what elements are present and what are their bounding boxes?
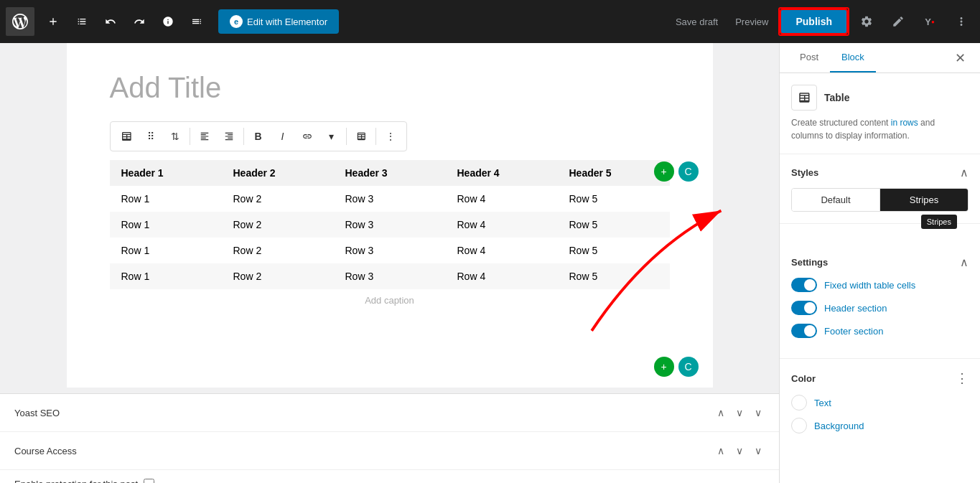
- stripes-style-button[interactable]: Stripes: [880, 189, 968, 211]
- top-toolbar: e Edit with Elementor Save draft Preview…: [0, 0, 980, 43]
- wordpress-logo[interactable]: [6, 7, 34, 36]
- fixed-width-toggle[interactable]: [791, 278, 817, 292]
- add-block-bottom-icon[interactable]: +: [654, 357, 674, 377]
- edit-with-elementor-button[interactable]: e Edit with Elementor: [218, 9, 339, 34]
- list-view-button[interactable]: [184, 9, 210, 34]
- edit-mode-button[interactable]: [885, 9, 911, 34]
- table-settings-btn[interactable]: [350, 125, 373, 148]
- table-cell[interactable]: Row 2: [222, 238, 334, 263]
- course-chevron-close[interactable]: ∨: [752, 442, 765, 459]
- table-cell[interactable]: Row 5: [558, 238, 670, 263]
- redo-button[interactable]: [126, 9, 152, 34]
- footer-section-toggle-row: Footer section: [791, 324, 969, 338]
- table-header-cell[interactable]: Header 1: [110, 160, 222, 186]
- header-section-toggle[interactable]: [791, 301, 817, 315]
- yoast-chevron-up[interactable]: ∧: [714, 404, 727, 421]
- enable-protection-checkbox[interactable]: [144, 479, 154, 483]
- tools-button[interactable]: [69, 9, 95, 34]
- yoast-chevron-down[interactable]: ∨: [733, 404, 746, 421]
- table-cell[interactable]: Row 5: [558, 186, 670, 212]
- default-style-button[interactable]: Default: [792, 189, 880, 211]
- table-header-cell[interactable]: Header 2: [222, 160, 334, 186]
- bold-btn[interactable]: B: [247, 125, 270, 148]
- course-access-panel[interactable]: Course Access ∧ ∨ ∨: [0, 432, 779, 470]
- background-color-circle[interactable]: [791, 418, 807, 433]
- align-left-btn[interactable]: [193, 125, 216, 148]
- settings-section: Settings ∧ Fixed width table cells Heade…: [780, 244, 980, 359]
- settings-section-header: Settings ∧: [791, 255, 969, 269]
- more-options-button[interactable]: [948, 9, 974, 34]
- more-options-toolbar-btn[interactable]: ⋮: [379, 125, 402, 148]
- table-cell[interactable]: Row 4: [446, 238, 558, 263]
- post-title[interactable]: Add Title: [110, 72, 670, 104]
- course-chevron-down[interactable]: ∨: [733, 442, 746, 459]
- yoast-seo-title: Yoast SEO: [14, 408, 714, 418]
- block-desc-link[interactable]: in rows: [891, 118, 918, 128]
- move-up-down-btn[interactable]: ⇅: [164, 125, 187, 148]
- table-cell[interactable]: Row 1: [110, 186, 222, 212]
- avatar-bottom-icon[interactable]: C: [678, 357, 699, 377]
- table-header-cell[interactable]: Header 3: [334, 160, 446, 186]
- undo-button[interactable]: [98, 9, 123, 34]
- color-more-button[interactable]: ⋮: [956, 370, 969, 386]
- table-cell[interactable]: Row 3: [334, 238, 446, 263]
- italic-btn[interactable]: I: [271, 125, 294, 148]
- settings-chevron[interactable]: ∧: [960, 255, 969, 269]
- sidebar-close-button[interactable]: ✕: [949, 44, 971, 72]
- drag-handle-btn[interactable]: ⠿: [139, 125, 162, 148]
- tab-post[interactable]: Post: [788, 43, 830, 72]
- add-block-float-icon[interactable]: +: [654, 161, 674, 182]
- save-draft-button[interactable]: Save draft: [670, 12, 724, 32]
- sidebar-tabs: Post Block ✕: [780, 43, 980, 73]
- editor-content: Add Title + C ⠿ ⇅: [67, 43, 713, 388]
- link-btn[interactable]: [296, 125, 319, 148]
- table-cell[interactable]: Row 1: [110, 212, 222, 238]
- table-cell[interactable]: Row 2: [222, 212, 334, 238]
- editor-area[interactable]: Add Title + C ⠿ ⇅: [0, 43, 779, 483]
- table-cell[interactable]: Row 5: [558, 263, 670, 289]
- preview-button[interactable]: Preview: [729, 12, 774, 32]
- dropdown-btn[interactable]: ▾: [320, 125, 343, 148]
- table-icon-btn[interactable]: [115, 125, 138, 148]
- avatar-icon[interactable]: C: [678, 161, 699, 182]
- footer-section-label: Footer section: [824, 326, 883, 337]
- table-cell[interactable]: Row 4: [446, 186, 558, 212]
- footer-section-toggle[interactable]: [791, 324, 817, 338]
- table-body: Row 1 Row 2 Row 3 Row 4 Row 5 Row 1 Row …: [110, 186, 670, 289]
- toolbar-divider-1: [190, 128, 190, 145]
- align-right-btn[interactable]: [218, 125, 241, 148]
- bottom-panels: Yoast SEO ∧ ∨ ∨ Course Access ∧ ∨ ∨ Enab…: [0, 393, 779, 483]
- yoast-seo-panel[interactable]: Yoast SEO ∧ ∨ ∨: [0, 394, 779, 432]
- add-block-button[interactable]: [40, 9, 66, 34]
- yoast-button[interactable]: Y●: [917, 9, 943, 34]
- settings-gear-button[interactable]: [854, 9, 879, 34]
- table-cell[interactable]: Row 1: [110, 263, 222, 289]
- table-header-cell[interactable]: Header 4: [446, 160, 558, 186]
- table-header: Header 1 Header 2 Header 3 Header 4 Head…: [110, 160, 670, 186]
- styles-chevron[interactable]: ∧: [960, 166, 969, 179]
- text-color-label[interactable]: Text: [814, 398, 831, 408]
- course-chevron-up[interactable]: ∧: [714, 442, 727, 459]
- table-header-cell[interactable]: Header 5: [558, 160, 670, 186]
- table-cell[interactable]: Row 2: [222, 263, 334, 289]
- table-cell[interactable]: Row 3: [334, 212, 446, 238]
- publish-button[interactable]: Publish: [780, 9, 848, 34]
- table-cell[interactable]: Row 3: [334, 263, 446, 289]
- settings-title: Settings: [791, 257, 828, 268]
- table-cell[interactable]: Row 4: [446, 263, 558, 289]
- table-cell[interactable]: Row 2: [222, 186, 334, 212]
- tab-block[interactable]: Block: [830, 43, 876, 72]
- table-cell[interactable]: Row 1: [110, 238, 222, 263]
- block-table-icon: [791, 85, 817, 111]
- text-color-circle[interactable]: [791, 395, 807, 411]
- table-row: Row 1 Row 2 Row 3 Row 4 Row 5: [110, 263, 670, 289]
- table-caption[interactable]: Add caption: [110, 289, 670, 311]
- background-color-label[interactable]: Background: [814, 421, 864, 431]
- toolbar-divider-2: [243, 128, 244, 145]
- yoast-chevron-close[interactable]: ∨: [752, 404, 765, 421]
- info-button[interactable]: [155, 9, 181, 34]
- table-cell[interactable]: Row 4: [446, 212, 558, 238]
- block-desc-part1: Create structured content: [791, 118, 891, 128]
- table-cell[interactable]: Row 5: [558, 212, 670, 238]
- table-cell[interactable]: Row 3: [334, 186, 446, 212]
